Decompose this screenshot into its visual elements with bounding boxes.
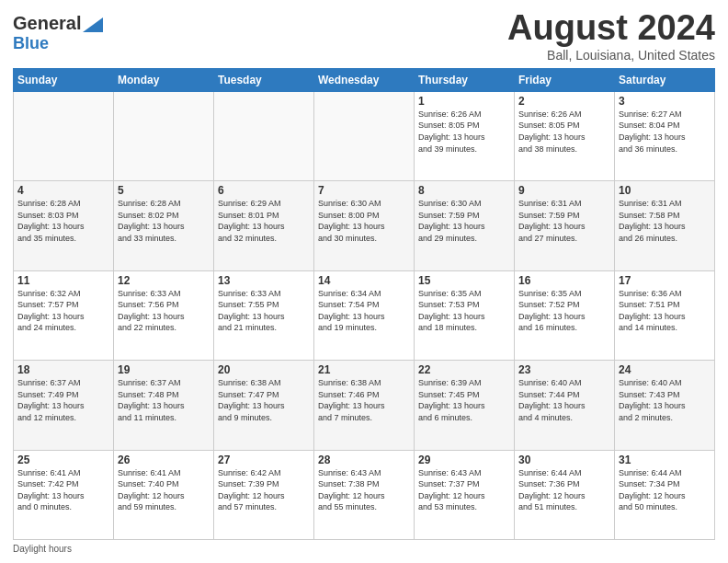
day-cell: 31Sunrise: 6:44 AM Sunset: 7:34 PM Dayli… — [615, 450, 715, 539]
calendar-header-row: SundayMondayTuesdayWednesdayThursdayFrid… — [14, 68, 715, 91]
day-cell: 21Sunrise: 6:38 AM Sunset: 7:46 PM Dayli… — [314, 361, 415, 450]
day-cell: 13Sunrise: 6:33 AM Sunset: 7:55 PM Dayli… — [214, 270, 314, 360]
day-number: 22 — [418, 363, 510, 376]
day-cell: 15Sunrise: 6:35 AM Sunset: 7:53 PM Dayli… — [415, 270, 515, 360]
day-cell — [14, 91, 114, 180]
day-cell: 6Sunrise: 6:29 AM Sunset: 8:01 PM Daylig… — [214, 181, 314, 270]
day-number: 1 — [418, 95, 510, 108]
col-header-wednesday: Wednesday — [314, 68, 415, 91]
day-cell: 12Sunrise: 6:33 AM Sunset: 7:56 PM Dayli… — [114, 270, 214, 360]
day-info: Sunrise: 6:35 AM Sunset: 7:53 PM Dayligh… — [418, 288, 510, 334]
day-info: Sunrise: 6:35 AM Sunset: 7:52 PM Dayligh… — [518, 288, 610, 334]
day-info: Sunrise: 6:42 AM Sunset: 7:39 PM Dayligh… — [218, 467, 310, 513]
day-number: 5 — [118, 184, 210, 197]
day-info: Sunrise: 6:27 AM Sunset: 8:04 PM Dayligh… — [619, 109, 711, 155]
day-cell: 4Sunrise: 6:28 AM Sunset: 8:03 PM Daylig… — [14, 181, 114, 270]
col-header-saturday: Saturday — [615, 68, 715, 91]
logo-blue: Blue — [13, 34, 49, 53]
day-cell: 1Sunrise: 6:26 AM Sunset: 8:05 PM Daylig… — [415, 91, 515, 180]
day-cell: 8Sunrise: 6:30 AM Sunset: 7:59 PM Daylig… — [415, 181, 515, 270]
day-cell: 17Sunrise: 6:36 AM Sunset: 7:51 PM Dayli… — [615, 270, 715, 360]
day-cell: 19Sunrise: 6:37 AM Sunset: 7:48 PM Dayli… — [114, 361, 214, 450]
day-number: 24 — [619, 363, 711, 376]
day-number: 21 — [318, 363, 410, 376]
week-row-3: 11Sunrise: 6:32 AM Sunset: 7:57 PM Dayli… — [14, 270, 715, 360]
day-cell: 25Sunrise: 6:41 AM Sunset: 7:42 PM Dayli… — [14, 450, 114, 539]
day-cell: 27Sunrise: 6:42 AM Sunset: 7:39 PM Dayli… — [214, 450, 314, 539]
day-number: 2 — [518, 95, 610, 108]
week-row-1: 1Sunrise: 6:26 AM Sunset: 8:05 PM Daylig… — [14, 91, 715, 180]
day-number: 11 — [17, 274, 109, 287]
day-info: Sunrise: 6:26 AM Sunset: 8:05 PM Dayligh… — [518, 109, 610, 155]
day-cell: 10Sunrise: 6:31 AM Sunset: 7:58 PM Dayli… — [615, 181, 715, 270]
day-cell: 3Sunrise: 6:27 AM Sunset: 8:04 PM Daylig… — [615, 91, 715, 180]
logo: General Blue — [13, 9, 103, 53]
footer: Daylight hours — [13, 544, 715, 554]
day-number: 10 — [619, 184, 711, 197]
day-info: Sunrise: 6:38 AM Sunset: 7:46 PM Dayligh… — [318, 377, 410, 423]
day-info: Sunrise: 6:40 AM Sunset: 7:44 PM Dayligh… — [518, 377, 610, 423]
day-number: 16 — [518, 274, 610, 287]
day-info: Sunrise: 6:31 AM Sunset: 7:59 PM Dayligh… — [518, 198, 610, 244]
day-info: Sunrise: 6:26 AM Sunset: 8:05 PM Dayligh… — [418, 109, 510, 155]
day-number: 4 — [17, 184, 109, 197]
day-number: 30 — [518, 454, 610, 466]
day-info: Sunrise: 6:29 AM Sunset: 8:01 PM Dayligh… — [218, 198, 310, 244]
logo-general: General — [13, 13, 81, 34]
week-row-2: 4Sunrise: 6:28 AM Sunset: 8:03 PM Daylig… — [14, 181, 715, 270]
day-cell: 20Sunrise: 6:38 AM Sunset: 7:47 PM Dayli… — [214, 361, 314, 450]
day-info: Sunrise: 6:28 AM Sunset: 8:03 PM Dayligh… — [17, 198, 109, 244]
day-info: Sunrise: 6:41 AM Sunset: 7:42 PM Dayligh… — [17, 467, 109, 513]
day-number: 14 — [318, 274, 410, 287]
day-cell: 22Sunrise: 6:39 AM Sunset: 7:45 PM Dayli… — [415, 361, 515, 450]
day-cell: 29Sunrise: 6:43 AM Sunset: 7:37 PM Dayli… — [415, 450, 515, 539]
day-cell: 24Sunrise: 6:40 AM Sunset: 7:43 PM Dayli… — [615, 361, 715, 450]
day-number: 12 — [118, 274, 210, 287]
day-info: Sunrise: 6:43 AM Sunset: 7:37 PM Dayligh… — [418, 467, 510, 513]
day-info: Sunrise: 6:44 AM Sunset: 7:36 PM Dayligh… — [518, 467, 610, 513]
header: General Blue August 2024 Ball, Louisiana… — [13, 9, 715, 63]
col-header-friday: Friday — [515, 68, 615, 91]
day-info: Sunrise: 6:33 AM Sunset: 7:55 PM Dayligh… — [218, 288, 310, 334]
day-cell: 11Sunrise: 6:32 AM Sunset: 7:57 PM Dayli… — [14, 270, 114, 360]
day-number: 25 — [17, 454, 109, 466]
day-info: Sunrise: 6:30 AM Sunset: 8:00 PM Dayligh… — [318, 198, 410, 244]
day-info: Sunrise: 6:43 AM Sunset: 7:38 PM Dayligh… — [318, 467, 410, 513]
day-info: Sunrise: 6:37 AM Sunset: 7:49 PM Dayligh… — [17, 377, 109, 423]
day-number: 8 — [418, 184, 510, 197]
day-info: Sunrise: 6:39 AM Sunset: 7:45 PM Dayligh… — [418, 377, 510, 423]
day-number: 29 — [418, 454, 510, 466]
day-number: 20 — [218, 363, 310, 376]
day-info: Sunrise: 6:31 AM Sunset: 7:58 PM Dayligh… — [619, 198, 711, 244]
day-number: 13 — [218, 274, 310, 287]
day-cell — [114, 91, 214, 180]
day-number: 28 — [318, 454, 410, 466]
month-title: August 2024 — [507, 9, 715, 48]
day-cell: 23Sunrise: 6:40 AM Sunset: 7:44 PM Dayli… — [515, 361, 615, 450]
title-area: August 2024 Ball, Louisiana, United Stat… — [507, 9, 715, 63]
day-number: 7 — [318, 184, 410, 197]
day-cell: 26Sunrise: 6:41 AM Sunset: 7:40 PM Dayli… — [114, 450, 214, 539]
day-cell: 28Sunrise: 6:43 AM Sunset: 7:38 PM Dayli… — [314, 450, 415, 539]
day-cell: 16Sunrise: 6:35 AM Sunset: 7:52 PM Dayli… — [515, 270, 615, 360]
day-number: 9 — [518, 184, 610, 197]
day-info: Sunrise: 6:44 AM Sunset: 7:34 PM Dayligh… — [619, 467, 711, 513]
svg-marker-0 — [83, 17, 103, 32]
day-info: Sunrise: 6:34 AM Sunset: 7:54 PM Dayligh… — [318, 288, 410, 334]
day-cell: 2Sunrise: 6:26 AM Sunset: 8:05 PM Daylig… — [515, 91, 615, 180]
day-number: 6 — [218, 184, 310, 197]
day-number: 27 — [218, 454, 310, 466]
day-cell: 14Sunrise: 6:34 AM Sunset: 7:54 PM Dayli… — [314, 270, 415, 360]
calendar-table: SundayMondayTuesdayWednesdayThursdayFrid… — [13, 68, 715, 540]
day-cell: 9Sunrise: 6:31 AM Sunset: 7:59 PM Daylig… — [515, 181, 615, 270]
day-info: Sunrise: 6:41 AM Sunset: 7:40 PM Dayligh… — [118, 467, 210, 513]
day-cell: 30Sunrise: 6:44 AM Sunset: 7:36 PM Dayli… — [515, 450, 615, 539]
day-info: Sunrise: 6:40 AM Sunset: 7:43 PM Dayligh… — [619, 377, 711, 423]
day-cell: 7Sunrise: 6:30 AM Sunset: 8:00 PM Daylig… — [314, 181, 415, 270]
page: General Blue August 2024 Ball, Louisiana… — [0, 0, 728, 563]
day-number: 31 — [619, 454, 711, 466]
day-number: 19 — [118, 363, 210, 376]
location: Ball, Louisiana, United States — [507, 48, 715, 63]
day-info: Sunrise: 6:38 AM Sunset: 7:47 PM Dayligh… — [218, 377, 310, 423]
day-info: Sunrise: 6:37 AM Sunset: 7:48 PM Dayligh… — [118, 377, 210, 423]
